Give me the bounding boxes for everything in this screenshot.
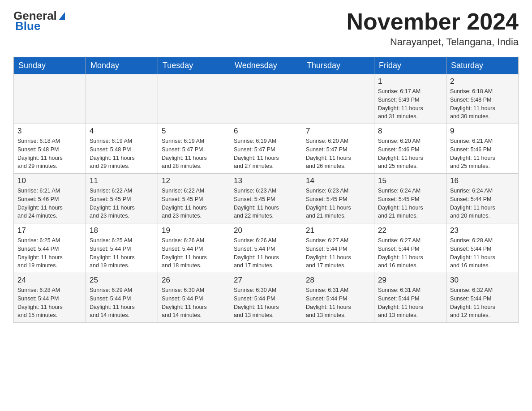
calendar-cell: 22Sunrise: 6:27 AM Sunset: 5:44 PM Dayli… <box>374 223 446 273</box>
title-section: November 2024 Narayanpet, Telangana, Ind… <box>347 9 519 48</box>
calendar-cell <box>14 74 86 124</box>
day-info: Sunrise: 6:20 AM Sunset: 5:46 PM Dayligh… <box>378 137 442 171</box>
calendar-week-row: 1Sunrise: 6:17 AM Sunset: 5:49 PM Daylig… <box>14 74 519 124</box>
day-number: 16 <box>450 176 515 185</box>
day-info: Sunrise: 6:22 AM Sunset: 5:45 PM Dayligh… <box>90 187 154 220</box>
calendar-cell: 17Sunrise: 6:25 AM Sunset: 5:44 PM Dayli… <box>14 223 86 273</box>
calendar-cell: 20Sunrise: 6:26 AM Sunset: 5:44 PM Dayli… <box>230 223 302 273</box>
calendar-cell: 19Sunrise: 6:26 AM Sunset: 5:44 PM Dayli… <box>158 223 230 273</box>
day-info: Sunrise: 6:19 AM Sunset: 5:47 PM Dayligh… <box>234 137 298 171</box>
day-info: Sunrise: 6:24 AM Sunset: 5:45 PM Dayligh… <box>378 187 442 220</box>
day-number: 8 <box>378 127 442 136</box>
calendar-cell: 14Sunrise: 6:23 AM Sunset: 5:45 PM Dayli… <box>302 174 374 223</box>
weekday-header-friday: Friday <box>374 57 446 74</box>
day-number: 21 <box>306 226 370 235</box>
calendar-cell: 21Sunrise: 6:27 AM Sunset: 5:44 PM Dayli… <box>302 223 374 273</box>
logo: General Blue <box>13 9 65 33</box>
calendar-table: SundayMondayTuesdayWednesdayThursdayFrid… <box>13 57 519 323</box>
day-number: 15 <box>378 176 442 185</box>
calendar-cell: 24Sunrise: 6:28 AM Sunset: 5:44 PM Dayli… <box>14 273 86 323</box>
day-info: Sunrise: 6:25 AM Sunset: 5:44 PM Dayligh… <box>90 236 154 270</box>
day-info: Sunrise: 6:18 AM Sunset: 5:48 PM Dayligh… <box>450 87 515 121</box>
calendar-cell <box>230 74 302 124</box>
day-number: 30 <box>450 276 515 285</box>
weekday-header-saturday: Saturday <box>446 57 519 74</box>
calendar-cell: 28Sunrise: 6:31 AM Sunset: 5:44 PM Dayli… <box>302 273 374 323</box>
day-number: 5 <box>162 127 226 136</box>
day-info: Sunrise: 6:23 AM Sunset: 5:45 PM Dayligh… <box>234 187 298 220</box>
day-info: Sunrise: 6:28 AM Sunset: 5:44 PM Dayligh… <box>450 236 515 270</box>
day-info: Sunrise: 6:19 AM Sunset: 5:48 PM Dayligh… <box>90 137 154 171</box>
day-info: Sunrise: 6:28 AM Sunset: 5:44 PM Dayligh… <box>17 286 82 320</box>
calendar-cell: 16Sunrise: 6:24 AM Sunset: 5:44 PM Dayli… <box>446 174 519 223</box>
weekday-header-thursday: Thursday <box>302 57 374 74</box>
calendar-cell: 10Sunrise: 6:21 AM Sunset: 5:46 PM Dayli… <box>14 174 86 223</box>
day-number: 23 <box>450 226 515 235</box>
calendar-cell: 27Sunrise: 6:30 AM Sunset: 5:44 PM Dayli… <box>230 273 302 323</box>
day-info: Sunrise: 6:30 AM Sunset: 5:44 PM Dayligh… <box>162 286 226 320</box>
day-info: Sunrise: 6:30 AM Sunset: 5:44 PM Dayligh… <box>234 286 298 320</box>
calendar-cell: 4Sunrise: 6:19 AM Sunset: 5:48 PM Daylig… <box>86 124 158 174</box>
day-info: Sunrise: 6:26 AM Sunset: 5:44 PM Dayligh… <box>162 236 226 270</box>
day-number: 25 <box>90 276 154 285</box>
calendar-cell: 13Sunrise: 6:23 AM Sunset: 5:45 PM Dayli… <box>230 174 302 223</box>
day-number: 2 <box>450 77 515 86</box>
day-number: 14 <box>306 176 370 185</box>
day-info: Sunrise: 6:31 AM Sunset: 5:44 PM Dayligh… <box>378 286 442 320</box>
calendar-cell: 15Sunrise: 6:24 AM Sunset: 5:45 PM Dayli… <box>374 174 446 223</box>
day-number: 20 <box>234 226 298 235</box>
day-info: Sunrise: 6:26 AM Sunset: 5:44 PM Dayligh… <box>234 236 298 270</box>
page-header: General Blue November 2024 Narayanpet, T… <box>13 9 519 48</box>
day-number: 11 <box>90 176 154 185</box>
calendar-cell <box>158 74 230 124</box>
day-info: Sunrise: 6:17 AM Sunset: 5:49 PM Dayligh… <box>378 87 442 121</box>
day-info: Sunrise: 6:19 AM Sunset: 5:47 PM Dayligh… <box>162 137 226 171</box>
calendar-cell: 25Sunrise: 6:29 AM Sunset: 5:44 PM Dayli… <box>86 273 158 323</box>
day-info: Sunrise: 6:23 AM Sunset: 5:45 PM Dayligh… <box>306 187 370 220</box>
day-number: 24 <box>17 276 82 285</box>
month-title: November 2024 <box>347 9 519 34</box>
logo-triangle-icon <box>59 12 65 20</box>
day-number: 10 <box>17 176 82 185</box>
day-number: 27 <box>234 276 298 285</box>
day-number: 13 <box>234 176 298 185</box>
calendar-cell: 3Sunrise: 6:18 AM Sunset: 5:48 PM Daylig… <box>14 124 86 174</box>
day-number: 4 <box>90 127 154 136</box>
day-number: 18 <box>90 226 154 235</box>
calendar-cell: 2Sunrise: 6:18 AM Sunset: 5:48 PM Daylig… <box>446 74 519 124</box>
day-info: Sunrise: 6:32 AM Sunset: 5:44 PM Dayligh… <box>450 286 515 320</box>
calendar-cell <box>302 74 374 124</box>
day-number: 7 <box>306 127 370 136</box>
day-info: Sunrise: 6:22 AM Sunset: 5:45 PM Dayligh… <box>162 187 226 220</box>
calendar-cell: 18Sunrise: 6:25 AM Sunset: 5:44 PM Dayli… <box>86 223 158 273</box>
day-number: 26 <box>162 276 226 285</box>
calendar-cell: 5Sunrise: 6:19 AM Sunset: 5:47 PM Daylig… <box>158 124 230 174</box>
day-number: 19 <box>162 226 226 235</box>
calendar-cell: 7Sunrise: 6:20 AM Sunset: 5:47 PM Daylig… <box>302 124 374 174</box>
location-title: Narayanpet, Telangana, India <box>347 36 519 48</box>
day-info: Sunrise: 6:25 AM Sunset: 5:44 PM Dayligh… <box>17 236 82 270</box>
day-info: Sunrise: 6:29 AM Sunset: 5:44 PM Dayligh… <box>90 286 154 320</box>
calendar-header-row: SundayMondayTuesdayWednesdayThursdayFrid… <box>14 57 519 74</box>
day-info: Sunrise: 6:21 AM Sunset: 5:46 PM Dayligh… <box>450 137 515 171</box>
calendar-cell: 29Sunrise: 6:31 AM Sunset: 5:44 PM Dayli… <box>374 273 446 323</box>
day-info: Sunrise: 6:31 AM Sunset: 5:44 PM Dayligh… <box>306 286 370 320</box>
calendar-cell: 30Sunrise: 6:32 AM Sunset: 5:44 PM Dayli… <box>446 273 519 323</box>
weekday-header-monday: Monday <box>86 57 158 74</box>
calendar-cell: 8Sunrise: 6:20 AM Sunset: 5:46 PM Daylig… <box>374 124 446 174</box>
calendar-cell: 6Sunrise: 6:19 AM Sunset: 5:47 PM Daylig… <box>230 124 302 174</box>
day-number: 22 <box>378 226 442 235</box>
logo-blue-text: Blue <box>15 19 40 33</box>
day-info: Sunrise: 6:20 AM Sunset: 5:47 PM Dayligh… <box>306 137 370 171</box>
day-number: 9 <box>450 127 515 136</box>
calendar-week-row: 3Sunrise: 6:18 AM Sunset: 5:48 PM Daylig… <box>14 124 519 174</box>
day-number: 29 <box>378 276 442 285</box>
day-info: Sunrise: 6:24 AM Sunset: 5:44 PM Dayligh… <box>450 187 515 220</box>
day-info: Sunrise: 6:18 AM Sunset: 5:48 PM Dayligh… <box>17 137 82 171</box>
day-info: Sunrise: 6:21 AM Sunset: 5:46 PM Dayligh… <box>17 187 82 220</box>
day-number: 12 <box>162 176 226 185</box>
day-info: Sunrise: 6:27 AM Sunset: 5:44 PM Dayligh… <box>306 236 370 270</box>
day-number: 28 <box>306 276 370 285</box>
calendar-cell <box>86 74 158 124</box>
weekday-header-wednesday: Wednesday <box>230 57 302 74</box>
